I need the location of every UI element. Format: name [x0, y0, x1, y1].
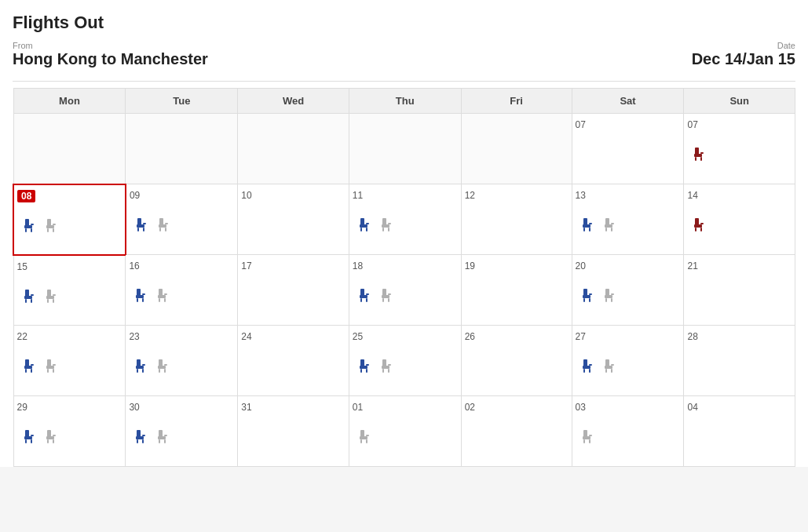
seats-container — [17, 357, 122, 379]
svg-rect-28 — [366, 228, 367, 231]
svg-rect-70 — [360, 289, 364, 296]
svg-rect-126 — [605, 366, 612, 369]
seat-svg — [154, 286, 173, 305]
seat-svg — [155, 216, 174, 235]
day-number: 26 — [465, 331, 475, 342]
svg-rect-153 — [366, 439, 367, 443]
svg-rect-120 — [583, 359, 587, 366]
calendar-cell[interactable]: 30 — [126, 396, 238, 467]
svg-rect-52 — [25, 299, 27, 303]
seat-svg — [356, 428, 375, 446]
svg-rect-100 — [137, 359, 141, 366]
svg-rect-32 — [382, 228, 384, 231]
svg-rect-144 — [142, 435, 145, 436]
calendar-cell[interactable]: 14 — [684, 184, 795, 255]
svg-rect-63 — [142, 298, 144, 302]
svg-rect-129 — [611, 364, 614, 366]
day-number: 04 — [687, 402, 697, 413]
svg-rect-67 — [159, 298, 160, 302]
calendar-cell — [126, 114, 238, 184]
calendar-cell[interactable]: 27 — [572, 326, 684, 396]
svg-rect-116 — [382, 366, 389, 369]
calendar-week-row: 08 09 1011 — [13, 184, 795, 255]
seat-svg — [579, 216, 598, 235]
calendar-cell: 04 — [684, 396, 795, 467]
calendar-cell[interactable]: 22 — [13, 326, 126, 396]
calendar-cell[interactable]: 09 — [126, 184, 238, 255]
calendar-day-header: Sun — [684, 89, 795, 114]
svg-rect-22 — [159, 228, 161, 231]
day-number: 24 — [241, 331, 251, 342]
svg-rect-34 — [388, 223, 391, 224]
seat-svg — [42, 428, 61, 446]
svg-rect-119 — [388, 364, 391, 366]
calendar-cell[interactable]: 23 — [126, 326, 238, 396]
svg-rect-99 — [53, 364, 56, 366]
svg-rect-88 — [611, 298, 612, 302]
calendar-cell[interactable]: 07 — [684, 114, 795, 184]
svg-rect-41 — [605, 224, 612, 228]
seat-wrapper — [378, 357, 397, 379]
day-number: 01 — [353, 402, 363, 413]
calendar-cell[interactable]: 18 — [349, 255, 461, 326]
day-number: 19 — [465, 261, 475, 271]
svg-rect-148 — [164, 439, 166, 443]
seat-wrapper — [42, 357, 61, 379]
seats-container — [576, 286, 681, 308]
date-label: Date — [692, 41, 795, 50]
svg-rect-111 — [360, 366, 367, 369]
calendar-cell[interactable]: 08 — [13, 184, 126, 255]
svg-rect-61 — [136, 295, 144, 298]
seats-container — [353, 357, 458, 379]
svg-rect-40 — [605, 218, 609, 225]
svg-rect-69 — [164, 293, 167, 295]
seat-wrapper — [378, 286, 397, 308]
route-text: Hong Kong to Manchester — [13, 50, 208, 68]
calendar-day-header: Tue — [126, 89, 238, 114]
svg-rect-75 — [382, 289, 386, 296]
seat-wrapper — [690, 216, 709, 238]
calendar-cell[interactable]: 29 — [13, 396, 126, 467]
svg-rect-107 — [159, 369, 160, 373]
svg-rect-146 — [158, 436, 166, 439]
svg-rect-12 — [47, 228, 49, 232]
svg-rect-9 — [31, 224, 34, 225]
day-number: 17 — [241, 261, 251, 271]
calendar-cell[interactable]: 13 — [572, 184, 684, 255]
calendar-cell[interactable]: 25 — [349, 326, 461, 396]
day-number: 09 — [130, 190, 140, 201]
day-number: 11 — [353, 190, 363, 201]
seats-container — [129, 428, 234, 450]
svg-rect-77 — [382, 298, 384, 302]
svg-rect-45 — [695, 218, 699, 225]
svg-rect-16 — [137, 224, 144, 228]
svg-rect-84 — [589, 293, 592, 295]
svg-rect-156 — [583, 436, 590, 439]
svg-rect-6 — [24, 225, 32, 228]
seat-svg — [601, 216, 620, 235]
calendar-cell[interactable]: 15 — [13, 255, 126, 326]
svg-rect-151 — [360, 436, 367, 439]
svg-rect-110 — [360, 359, 364, 366]
seat-wrapper — [690, 145, 709, 167]
calendar-cell[interactable]: 11 — [349, 184, 461, 255]
day-number: 22 — [17, 331, 27, 342]
calendar-cell: 26 — [461, 326, 572, 396]
calendar-cell[interactable]: 01 — [349, 396, 461, 467]
svg-rect-94 — [31, 364, 34, 366]
svg-rect-83 — [589, 298, 590, 302]
day-number: 10 — [241, 190, 251, 201]
svg-rect-102 — [137, 369, 138, 373]
svg-rect-115 — [382, 359, 386, 366]
calendar-cell[interactable]: 03 — [572, 396, 684, 467]
calendar-cell[interactable]: 20 — [572, 255, 684, 326]
svg-rect-127 — [605, 369, 607, 373]
svg-rect-58 — [53, 299, 54, 303]
calendar-cell[interactable]: 16 — [126, 255, 238, 326]
calendar-cell — [238, 114, 349, 184]
page-container: Flights Out From Hong Kong to Manchester… — [0, 0, 808, 467]
day-number: 23 — [129, 331, 139, 342]
seat-svg — [690, 145, 709, 164]
svg-rect-38 — [589, 228, 590, 231]
seat-svg — [579, 286, 598, 305]
